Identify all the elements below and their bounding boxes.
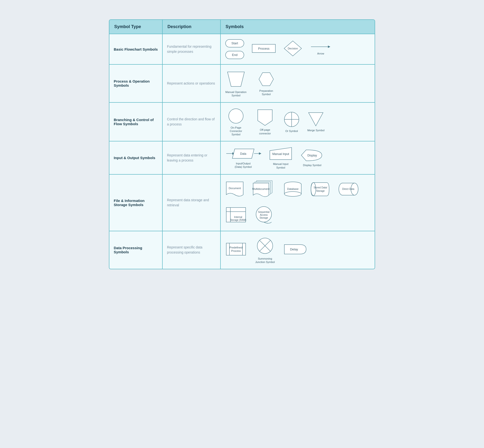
- row-data-processing: Data Processing Symbols Represent specif…: [109, 231, 375, 269]
- type-label-basic: Basic Flowchart Symbols: [114, 47, 158, 51]
- multidocument-icon: Multidocument: [252, 179, 276, 199]
- desc-branching: Control the direction and flow of a proc…: [167, 117, 216, 127]
- cell-desc-dataproc: Represent specific data processing opera…: [163, 231, 221, 269]
- svg-text:Manual Input: Manual Input: [272, 152, 289, 156]
- desc-dataproc: Represent specific data processing opera…: [167, 245, 216, 255]
- preparation-label: Preparation Symbol: [255, 89, 277, 96]
- svg-text:Storage (RAM): Storage (RAM): [230, 219, 246, 221]
- off-page-connector-label: Off-page connector: [254, 128, 276, 135]
- cell-desc-branching: Control the direction and flow of a proc…: [163, 103, 221, 141]
- symbol-process: Process: [252, 42, 276, 56]
- svg-point-35: [311, 183, 316, 196]
- arrow-label: Arrow: [317, 52, 324, 55]
- off-page-connector-icon: [257, 109, 273, 127]
- cell-desc-basic: Fundamental for representing simple proc…: [163, 34, 221, 64]
- decision-icon: Decision: [283, 40, 303, 57]
- symbol-stored-data: Stored Data/ Storage: [310, 181, 330, 199]
- cell-type-branching: Branching & Control of Flow Symbols: [109, 103, 163, 141]
- cell-desc-file: Represent data storage and retrieval: [163, 175, 221, 231]
- symbol-decision: Decision: [283, 40, 303, 58]
- symbol-delay: Delay: [283, 243, 307, 257]
- svg-text:Internal: Internal: [234, 216, 242, 218]
- symbol-summoning-junction: Summoning Junction Symbol: [254, 236, 276, 264]
- symbol-manual-operation: Manual Operation Symbol: [225, 70, 247, 97]
- predefined-process-icon: Predefined Process: [225, 241, 247, 258]
- svg-marker-11: [259, 73, 273, 86]
- symbols-row-file-2: Internal Storage (RAM) Sequential Access…: [225, 205, 370, 226]
- svg-text:Predefined: Predefined: [229, 246, 242, 249]
- preparation-icon: [254, 71, 278, 88]
- symbol-data-io: Data Input/Output (Data) Symbol: [225, 147, 261, 169]
- symbol-off-page-connector: Off-page connector: [254, 109, 276, 135]
- symbols-row-io: Data Input/Output (Data) Symbol Manual I…: [225, 146, 370, 169]
- symbol-or: Or Symbol: [283, 111, 300, 133]
- svg-text:Process: Process: [231, 249, 241, 252]
- type-label-process: Process & Operation Symbols: [114, 79, 158, 88]
- internal-storage-icon: Internal Storage (RAM): [225, 206, 247, 223]
- display-label: Display Symbol: [303, 163, 321, 167]
- svg-marker-9: [328, 46, 330, 48]
- cell-desc-process: Represent actions or operations: [163, 65, 221, 102]
- merge-label: Merge Symbol: [307, 128, 325, 132]
- direct-data-icon: Direct Data: [338, 182, 358, 196]
- symbol-database: Database: [283, 181, 303, 199]
- svg-text:Document: Document: [229, 187, 241, 190]
- symbol-on-page-connector: On-Page Connector Symbol: [225, 108, 247, 136]
- svg-text:End: End: [232, 53, 237, 57]
- row-process-operation: Process & Operation Symbols Represent ac…: [109, 64, 375, 102]
- svg-text:Multidocument: Multidocument: [252, 187, 270, 190]
- type-label-io: Input & Output Symbols: [114, 156, 155, 160]
- on-page-connector-icon: [227, 108, 244, 124]
- database-icon: Database: [283, 181, 303, 198]
- desc-process: Represent actions or operations: [167, 81, 215, 86]
- sequential-access-icon: Sequential Access Storage: [254, 205, 273, 224]
- start-icon: Start: [225, 39, 244, 48]
- manual-operation-label: Manual Operation Symbol: [225, 90, 247, 97]
- summoning-junction-icon: [255, 236, 275, 256]
- svg-text:Storage: Storage: [316, 190, 325, 192]
- symbol-display: Display Display Symbol: [300, 149, 324, 167]
- symbol-direct-data: Direct Data: [338, 182, 358, 198]
- cell-symbols-basic: Start End Process: [221, 34, 375, 64]
- cell-symbols-io: Data Input/Output (Data) Symbol Manual I…: [221, 141, 375, 174]
- cell-type-io: Input & Output Symbols: [109, 141, 163, 174]
- merge-icon: [307, 112, 324, 127]
- header-symbol-type: Symbol Type: [109, 20, 163, 34]
- manual-input-icon: Manual Input: [269, 146, 293, 161]
- cell-type-file: File & Information Storage Symbols: [109, 175, 163, 231]
- desc-io: Represent data entering or leaving a pro…: [167, 153, 216, 163]
- process-icon: Process: [252, 42, 276, 55]
- cell-type-dataproc: Data Processing Symbols: [109, 231, 163, 269]
- cell-type-process: Process & Operation Symbols: [109, 65, 163, 102]
- svg-text:Start: Start: [231, 41, 238, 45]
- symbol-document: Document: [225, 181, 244, 199]
- svg-text:Data: Data: [240, 152, 246, 155]
- symbols-row-file-1: Document Multidocument: [225, 179, 370, 200]
- on-page-connector-label: On-Page Connector Symbol: [225, 126, 247, 136]
- cell-symbols-branching: On-Page Connector Symbol Off-page connec…: [221, 103, 375, 141]
- svg-marker-10: [227, 72, 244, 87]
- manual-input-label: Manual Input Symbol: [270, 162, 292, 169]
- svg-point-33: [284, 192, 301, 196]
- manual-operation-icon: [225, 70, 247, 89]
- display-icon: Display: [300, 149, 324, 162]
- cell-symbols-dataproc: Predefined Process Summoning Junction Sy…: [221, 231, 375, 269]
- symbol-merge: Merge Symbol: [307, 112, 325, 132]
- symbols-row-branching: On-Page Connector Symbol Off-page connec…: [225, 108, 370, 136]
- symbol-internal-storage: Internal Storage (RAM): [225, 206, 247, 225]
- svg-text:Sequential: Sequential: [258, 211, 269, 213]
- svg-marker-23: [259, 152, 261, 155]
- svg-rect-53: [226, 243, 246, 255]
- header-description: Description: [163, 20, 221, 34]
- symbols-row-dataproc: Predefined Process Summoning Junction Sy…: [225, 236, 370, 264]
- svg-marker-17: [309, 112, 323, 126]
- delay-icon: Delay: [283, 243, 307, 256]
- symbol-preparation: Preparation Symbol: [254, 71, 278, 96]
- or-symbol-label: Or Symbol: [285, 129, 298, 133]
- row-file-storage: File & Information Storage Symbols Repre…: [109, 174, 375, 231]
- table-header: Symbol Type Description Symbols: [109, 20, 375, 34]
- symbol-arrow: Arrow: [310, 43, 332, 55]
- svg-text:Stored Data/: Stored Data/: [314, 186, 327, 189]
- svg-marker-13: [258, 110, 272, 125]
- end-icon: End: [225, 51, 244, 59]
